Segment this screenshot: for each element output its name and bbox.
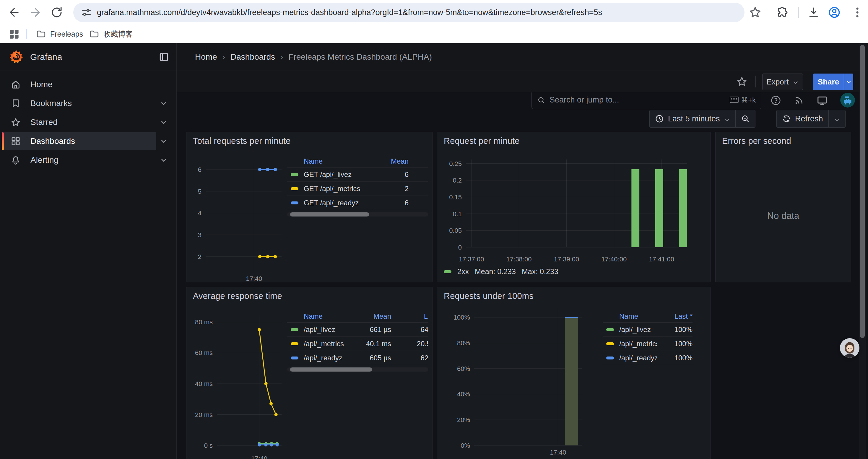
chevron-down-icon[interactable] — [160, 137, 167, 145]
dashboards-grid-icon — [11, 136, 21, 146]
reload-icon[interactable] — [50, 6, 63, 19]
search-input[interactable] — [550, 95, 725, 104]
zoom-out-button[interactable] — [736, 110, 755, 127]
series-name[interactable]: /api/_livez — [619, 326, 657, 334]
brand-label[interactable]: Grafana — [30, 52, 62, 62]
series-name[interactable]: /api/_livez — [304, 326, 350, 334]
panel-request-per-minute[interactable]: Request per minute 17:37:0017:38:0017:39… — [437, 132, 711, 282]
legend-header-name[interactable]: Name — [619, 312, 657, 321]
series-name[interactable]: 2xx — [457, 267, 469, 276]
toolbar-divider — [798, 7, 799, 18]
legend-scrollbar[interactable] — [287, 212, 428, 217]
legend-header: Name Mean Last * — [287, 310, 428, 323]
share-menu-button[interactable] — [844, 73, 853, 90]
panel-errors-per-second[interactable]: Errors per second No data — [715, 132, 851, 282]
favorite-star-icon[interactable] — [736, 76, 747, 87]
share-button[interactable]: Share — [813, 73, 844, 90]
legend-row: /api/_livez 100% — [603, 323, 692, 337]
sidebar-item-dashboards[interactable]: Dashboards — [2, 132, 176, 151]
refresh-picker: Refresh — [776, 110, 845, 128]
legend-header-mean[interactable]: Mean — [350, 312, 391, 321]
sidebar-item-alerting[interactable]: Alerting — [2, 151, 176, 169]
no-data-message: No data — [716, 150, 851, 282]
page-scrollbar[interactable] — [859, 43, 866, 459]
breadcrumb-dashboards[interactable]: Dashboards — [230, 52, 275, 62]
refresh-button[interactable]: Refresh — [777, 110, 829, 127]
help-icon[interactable] — [771, 95, 781, 106]
sidebar-item-bookmarks[interactable]: Bookmarks — [2, 94, 176, 113]
series-mean: 605 µs — [350, 354, 391, 362]
series-name[interactable]: /api/_metrics — [619, 340, 657, 348]
svg-text:17:40:00: 17:40:00 — [601, 256, 627, 263]
legend-scrollbar[interactable] — [287, 367, 428, 371]
sidebar-item-starred[interactable]: Starred — [2, 113, 176, 132]
zoom-out-icon — [741, 114, 750, 123]
legend-header-mean[interactable]: Mean — [373, 157, 428, 165]
sidebar-toggle-icon[interactable] — [158, 52, 169, 63]
series-name[interactable]: GET /api/_metrics — [304, 185, 373, 193]
sidebar-item-bg — [2, 113, 156, 131]
svg-text:17:40: 17:40 — [246, 275, 262, 282]
legend-row: GET /api/_livez 6 — [287, 167, 428, 182]
time-range-button[interactable]: Last 5 minutes — [650, 110, 735, 127]
profile-avatar-icon[interactable] — [828, 6, 841, 19]
panel-requests-under-100ms[interactable]: Requests under 100ms 17:40100%80%60%40%2… — [437, 287, 711, 459]
series-name[interactable]: GET /api/_readyz — [304, 199, 373, 207]
breadcrumb-home[interactable]: Home — [195, 52, 217, 62]
svg-text:40 ms: 40 ms — [195, 380, 213, 388]
chevron-down-icon[interactable] — [160, 119, 167, 126]
legend-header-last[interactable]: Last * — [391, 312, 428, 321]
news-rss-icon[interactable] — [794, 95, 804, 106]
series-name[interactable]: GET /api/_livez — [304, 170, 373, 179]
series-mean: 2 — [373, 185, 428, 193]
export-button[interactable]: Export — [762, 73, 803, 90]
grafana-top-nav: Grafana Home › Dashboards › Freeleaps Me… — [0, 43, 868, 71]
svg-text:40%: 40% — [457, 391, 470, 398]
display-monitor-icon[interactable] — [816, 95, 828, 106]
chevron-down-icon[interactable] — [160, 156, 167, 164]
svg-text:0.2: 0.2 — [453, 177, 462, 184]
svg-text:0.25: 0.25 — [449, 160, 462, 167]
apps-grid-icon[interactable] — [8, 28, 21, 41]
sidebar: Home Bookmarks Starred Dashboards — [0, 71, 177, 459]
url-text: grafana.mathmast.com/d/deytv4rwavabkb/fr… — [97, 8, 602, 17]
sidebar-item-home[interactable]: Home — [2, 75, 176, 94]
browser-menu-icon[interactable] — [851, 6, 864, 19]
chevron-down-icon[interactable] — [160, 100, 167, 107]
user-avatar[interactable] — [840, 93, 855, 107]
grafana-logo-icon[interactable] — [9, 50, 24, 64]
series-mean: 6 — [373, 199, 428, 207]
search-box[interactable]: ⌘+k — [531, 91, 761, 109]
assistant-avatar[interactable] — [840, 338, 860, 358]
refresh-interval-button[interactable] — [829, 110, 845, 127]
site-info-icon[interactable] — [80, 6, 92, 18]
series-name[interactable]: /api/_readyz — [619, 354, 657, 362]
downloads-icon[interactable] — [807, 6, 820, 19]
bookmark-folder-freeleaps[interactable]: Freeleaps — [32, 27, 87, 41]
series-name[interactable]: /api/_readyz — [304, 354, 350, 362]
legend-scroll-thumb[interactable] — [290, 367, 372, 371]
legend-table: Name Last * /api/_livez 100% /api/_metri… — [603, 310, 692, 365]
legend-header-name[interactable]: Name — [304, 157, 373, 165]
folder-icon — [89, 29, 99, 39]
extensions-icon[interactable] — [776, 6, 789, 19]
sidebar-item-label: Bookmarks — [30, 99, 72, 108]
legend-header-name[interactable]: Name — [304, 312, 350, 321]
series-name[interactable]: /api/_metrics — [304, 340, 350, 348]
forward-icon[interactable] — [29, 6, 42, 19]
sidebar-item-label: Dashboards — [30, 136, 75, 146]
scrollbar-thumb[interactable] — [860, 45, 865, 338]
svg-text:80 ms: 80 ms — [195, 319, 213, 326]
series-last: 646 µs — [391, 326, 428, 334]
back-icon[interactable] — [8, 6, 21, 19]
series-swatch-blue — [291, 201, 299, 204]
bookmark-folder-blogs[interactable]: 收藏博客 — [85, 27, 137, 41]
legend-scroll-thumb[interactable] — [290, 212, 369, 217]
series-last: 20.5 ms — [391, 340, 428, 348]
panel-total-requests[interactable]: Total requests per minute 17:4065432 Nam… — [186, 132, 433, 282]
panel-average-response-time[interactable]: Average response time 17:4080 ms60 ms40 … — [186, 287, 433, 459]
legend-header-last[interactable]: Last * — [657, 312, 692, 321]
bookmark-star-icon[interactable] — [749, 6, 762, 19]
sidebar-item-bg — [2, 95, 156, 112]
address-bar[interactable]: grafana.mathmast.com/d/deytv4rwavabkb/fr… — [73, 3, 745, 22]
